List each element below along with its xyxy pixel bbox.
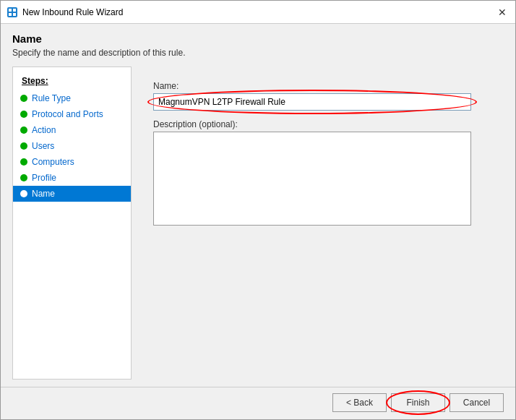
title-bar: New Inbound Rule Wizard ✕ <box>1 1 515 24</box>
steps-panel: Steps: Rule Type Protocol and Ports Acti… <box>12 67 132 380</box>
footer: < Back Finish Cancel <box>1 387 515 419</box>
step-dot-protocol-ports <box>20 111 27 118</box>
finish-button[interactable]: Finish <box>391 393 445 412</box>
desc-label: Description (optional): <box>153 119 482 129</box>
step-label-rule-type: Rule Type <box>32 93 71 103</box>
sidebar-item-name[interactable]: Name <box>13 186 131 202</box>
step-label-name: Name <box>32 189 55 199</box>
wizard-window: New Inbound Rule Wizard ✕ Name Specify t… <box>0 0 516 420</box>
description-input[interactable] <box>153 132 471 226</box>
form-panel: Name: Description (optional): <box>132 67 504 380</box>
wizard-icon <box>7 7 18 18</box>
sidebar-item-users[interactable]: Users <box>13 138 131 154</box>
step-dot-users <box>20 142 27 150</box>
step-dot-profile <box>20 174 27 181</box>
name-input-wrapper <box>153 93 471 111</box>
step-label-action: Action <box>32 125 56 135</box>
content-area: Name Specify the name and description of… <box>1 24 515 387</box>
step-label-users: Users <box>32 141 54 151</box>
name-label: Name: <box>153 81 482 91</box>
svg-rect-4 <box>13 13 16 16</box>
cancel-button[interactable]: Cancel <box>450 393 504 412</box>
svg-rect-1 <box>9 9 12 12</box>
sidebar-item-protocol-ports[interactable]: Protocol and Ports <box>13 106 131 122</box>
close-button[interactable]: ✕ <box>495 5 509 20</box>
sidebar-item-profile[interactable]: Profile <box>13 170 131 186</box>
main-body: Steps: Rule Type Protocol and Ports Acti… <box>12 67 504 380</box>
back-button[interactable]: < Back <box>332 393 387 412</box>
sidebar-item-rule-type[interactable]: Rule Type <box>13 90 131 106</box>
step-dot-rule-type <box>20 95 27 102</box>
title-bar-left: New Inbound Rule Wizard <box>7 7 123 18</box>
svg-rect-3 <box>9 13 12 16</box>
sidebar-item-action[interactable]: Action <box>13 122 131 138</box>
name-form-group: Name: <box>153 81 482 111</box>
step-dot-action <box>20 127 27 134</box>
step-dot-name <box>20 190 27 197</box>
desc-form-group: Description (optional): <box>153 119 482 228</box>
step-dot-computers <box>20 158 27 166</box>
steps-header: Steps: <box>13 73 131 90</box>
svg-rect-2 <box>13 9 16 12</box>
page-title: Name <box>12 33 504 45</box>
step-label-computers: Computers <box>32 157 74 167</box>
sidebar-item-computers[interactable]: Computers <box>13 154 131 170</box>
name-input[interactable] <box>153 93 471 111</box>
title-bar-text: New Inbound Rule Wizard <box>22 7 123 17</box>
step-label-profile: Profile <box>32 173 56 183</box>
step-label-protocol-ports: Protocol and Ports <box>32 109 103 119</box>
page-subtitle: Specify the name and description of this… <box>12 48 504 58</box>
